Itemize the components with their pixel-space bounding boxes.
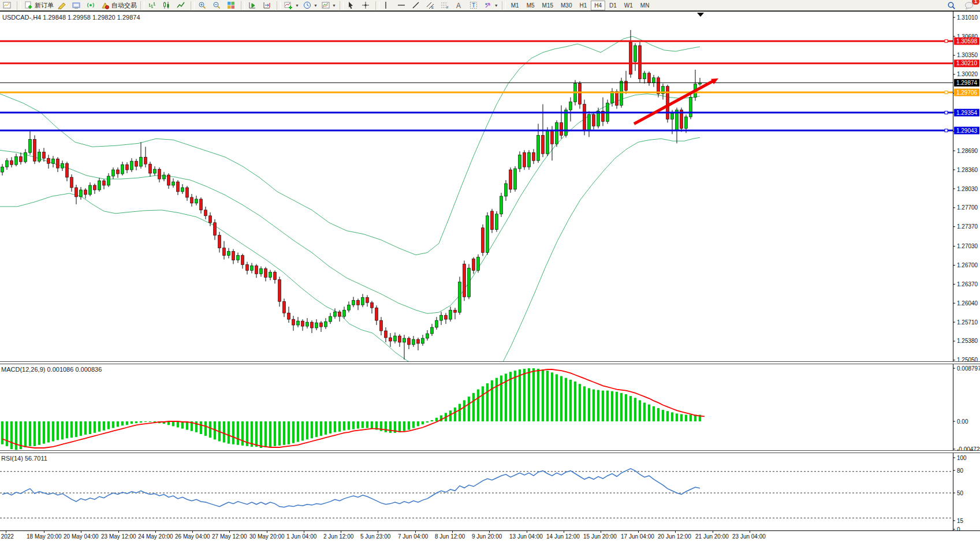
text-icon[interactable]: A — [453, 0, 467, 10]
time-label: May 2022 — [0, 533, 14, 540]
zoom-out-icon[interactable] — [211, 0, 225, 10]
main-chart-panel[interactable]: 1.310101.306801.303501.300201.296901.293… — [0, 11, 980, 361]
text-label-icon[interactable]: T — [468, 0, 482, 10]
bar-chart-icon[interactable] — [146, 0, 160, 10]
svg-text:1.29874: 1.29874 — [956, 80, 978, 86]
price-chart[interactable]: 1.310101.306801.303501.300201.296901.293… — [0, 11, 980, 361]
time-tick — [527, 531, 527, 533]
toolbar-separator — [191, 1, 195, 10]
timeframe-button-m5[interactable]: M5 — [523, 1, 538, 10]
terminal-icon[interactable] — [70, 0, 84, 10]
timeframe-button-m1[interactable]: M1 — [508, 1, 523, 10]
macd-axis: 0.0087970.00-0.004725 — [953, 365, 980, 451]
chart-title: USDCAD-,H4 1.29848 1.29958 1.29820 1.298… — [2, 14, 140, 21]
toolbar-separator — [140, 1, 144, 10]
timeframe-button-h1[interactable]: H1 — [576, 1, 590, 10]
chevron-down-icon: ▼ — [295, 3, 299, 8]
chart-shift-marker[interactable] — [697, 13, 704, 17]
autoscroll-icon[interactable] — [247, 0, 260, 10]
timeframe-button-m15[interactable]: M15 — [539, 1, 557, 10]
timeframe-button-h4[interactable]: H4 — [591, 1, 605, 10]
candlestick-chart-icon[interactable] — [161, 0, 174, 10]
arrows-icon[interactable]: ▼ — [482, 0, 500, 10]
time-tick — [229, 531, 230, 533]
rsi-panel[interactable]: 1008050150 — [0, 453, 980, 530]
time-axis[interactable]: May 202218 May 20:0020 May 04:0023 May 1… — [0, 530, 980, 542]
vertical-line-icon[interactable] — [381, 0, 395, 10]
macd-histogram — [1, 368, 701, 450]
autotrade-button[interactable]: 自动交易 — [99, 0, 139, 10]
svg-text:1.27030: 1.27030 — [957, 243, 978, 249]
notification-badge: 1 — [972, 0, 979, 5]
time-label: 23 Jun 04:00 — [732, 533, 766, 540]
horizontal-line-icon[interactable] — [396, 0, 409, 10]
time-label: 20 May 04:00 — [64, 533, 99, 540]
time-label: 2 Jun 12:00 — [323, 533, 353, 540]
svg-text:1.31010: 1.31010 — [957, 14, 978, 21]
toolbar-separator — [375, 1, 379, 10]
crosshair-icon[interactable] — [360, 0, 374, 10]
svg-text:1.30598: 1.30598 — [956, 38, 978, 44]
time-label: 17 Jun 04:00 — [621, 533, 654, 540]
time-label: 8 Jun 12:00 — [435, 533, 465, 540]
svg-text:1.26370: 1.26370 — [957, 281, 978, 287]
svg-text:50: 50 — [957, 490, 964, 496]
svg-text:1.30020: 1.30020 — [957, 71, 978, 77]
line-chart-icon[interactable] — [175, 0, 189, 10]
svg-text:1.26040: 1.26040 — [957, 300, 978, 306]
indicators-icon[interactable]: ▼ — [282, 0, 301, 10]
time-label: 7 Jun 04:00 — [398, 533, 428, 540]
timeframe-button-d1[interactable]: D1 — [606, 1, 620, 10]
macd-chart[interactable]: 0.0087970.00-0.004725 — [0, 364, 980, 450]
time-label: 20 Jun 12:00 — [658, 533, 691, 540]
svg-text:0.008797: 0.008797 — [957, 365, 980, 372]
fibonacci-icon[interactable]: F — [439, 0, 453, 10]
search-icon[interactable] — [945, 0, 959, 10]
svg-text:1.28360: 1.28360 — [957, 167, 978, 173]
svg-text:T: T — [472, 2, 475, 9]
rsi-chart[interactable]: 1008050150 — [0, 453, 980, 530]
svg-text:0: 0 — [957, 526, 960, 531]
time-label: 21 Jun 20:00 — [695, 533, 729, 540]
time-label: 5 Jun 23:00 — [360, 533, 390, 540]
templates-icon[interactable]: ▼ — [320, 0, 338, 10]
svg-text:1.29706: 1.29706 — [956, 89, 978, 96]
time-label: 14 Jun 12:00 — [546, 533, 580, 540]
signal-icon[interactable] — [85, 0, 99, 10]
crayon-icon[interactable] — [56, 0, 70, 10]
svg-text:-0.004725: -0.004725 — [957, 446, 980, 451]
svg-text:1.30350: 1.30350 — [957, 52, 978, 58]
time-label: 1 Jun 04:00 — [286, 533, 316, 540]
level-handle[interactable] — [945, 111, 948, 114]
new-order-button[interactable]: 新订单 — [23, 0, 55, 10]
rsi-label: RSI(14) 56.7011 — [1, 455, 47, 462]
chevron-down-icon: ▼ — [494, 3, 498, 8]
channel-icon[interactable]: E — [424, 0, 438, 10]
cursor-icon[interactable] — [345, 0, 359, 10]
timeframe-button-w1[interactable]: W1 — [621, 1, 636, 10]
bollinger-bands — [0, 36, 700, 361]
svg-text:1.25050: 1.25050 — [957, 357, 978, 361]
tile-windows-icon[interactable] — [225, 0, 239, 10]
trendline-icon[interactable] — [410, 0, 424, 10]
zoom-in-icon[interactable] — [196, 0, 210, 10]
svg-text:A: A — [456, 2, 461, 9]
level-handle[interactable] — [945, 91, 948, 94]
chart-window-icon[interactable] — [1, 0, 15, 10]
timeframe-button-mn[interactable]: MN — [637, 1, 653, 10]
chat-icon[interactable]: 1 — [963, 0, 977, 10]
periods-icon[interactable]: ▼ — [301, 0, 319, 10]
time-label: 18 May 20:00 — [27, 533, 62, 540]
time-tick — [415, 531, 416, 533]
level-handle[interactable] — [945, 129, 948, 132]
rsi-axis: 1008050150 — [953, 455, 967, 531]
toolbar: 新订单自动交易▼▼▼EFAT▼M1M5M15M30H1H4D1W1MN1 — [0, 0, 980, 11]
svg-text:0.00: 0.00 — [957, 418, 968, 425]
time-tick — [118, 531, 119, 533]
svg-text:15: 15 — [957, 518, 964, 524]
timeframe-button-m30[interactable]: M30 — [557, 1, 575, 10]
chart-shift-icon[interactable] — [261, 0, 275, 10]
time-tick — [713, 531, 713, 533]
macd-panel[interactable]: 0.0087970.00-0.004725 — [0, 364, 980, 450]
level-handle[interactable] — [945, 40, 948, 43]
